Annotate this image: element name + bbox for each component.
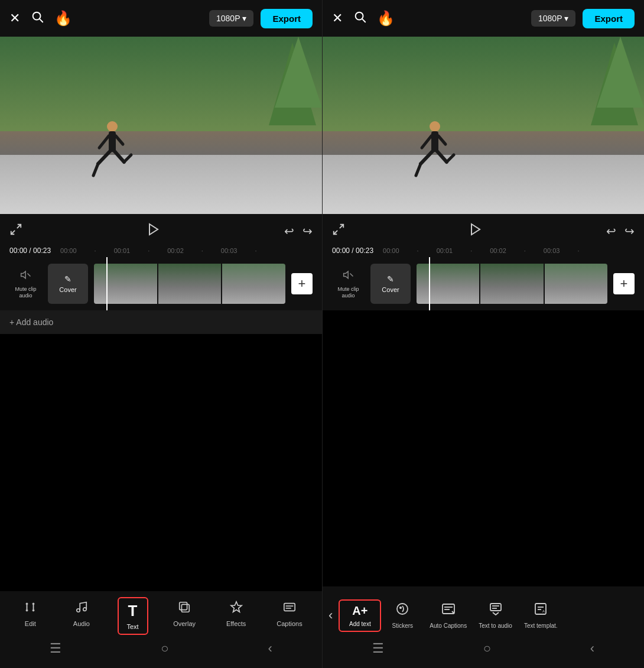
right-back-icon[interactable]: ‹ bbox=[590, 641, 594, 656]
add-clip-button[interactable]: + bbox=[291, 273, 313, 294]
svg-marker-42 bbox=[343, 271, 348, 278]
left-header: ✕ 🔥 1080P ▾ Export bbox=[0, 0, 322, 37]
edit-icon bbox=[24, 601, 37, 617]
right-toolbar-item-add-text[interactable]: A+ Add text bbox=[339, 599, 381, 632]
back-arrow-button[interactable]: ‹ bbox=[323, 604, 339, 627]
right-strip-frame-3 bbox=[545, 264, 607, 304]
runner-figure bbox=[89, 119, 118, 167]
svg-line-35 bbox=[421, 151, 432, 164]
mute-button[interactable]: Mute clip audio bbox=[9, 269, 42, 299]
right-fullscreen-button[interactable] bbox=[332, 223, 345, 239]
svg-rect-32 bbox=[431, 131, 438, 152]
right-toolbar-item-stickers[interactable]: Stickers bbox=[381, 598, 424, 633]
right-ruler-1: 00:01 bbox=[437, 247, 453, 254]
text-template-label: Text templat. bbox=[524, 622, 558, 629]
edit-label: Edit bbox=[25, 620, 36, 627]
strip-frame-1 bbox=[94, 264, 157, 304]
toolbar-item-overlay[interactable]: Overlay bbox=[168, 597, 200, 631]
right-cover-thumbnail[interactable]: ✎ Cover bbox=[370, 264, 411, 304]
right-video-background bbox=[323, 37, 644, 214]
add-audio-button[interactable]: + Add audio bbox=[0, 310, 322, 334]
svg-line-11 bbox=[11, 231, 15, 234]
svg-line-43 bbox=[350, 273, 353, 276]
undo-redo-group: ↩ ↪ bbox=[284, 224, 313, 238]
search-icon[interactable] bbox=[31, 10, 44, 27]
svg-rect-49 bbox=[490, 604, 501, 611]
right-header: ✕ 🔥 1080P ▾ Export bbox=[323, 0, 644, 37]
menu-icon[interactable]: ☰ bbox=[50, 641, 61, 656]
right-resolution-arrow: ▾ bbox=[564, 14, 568, 23]
home-icon[interactable]: ○ bbox=[161, 641, 168, 656]
cover-label: Cover bbox=[59, 286, 76, 293]
svg-line-4 bbox=[99, 136, 109, 148]
right-add-clip-button[interactable]: + bbox=[613, 273, 635, 294]
right-redo-button[interactable]: ↪ bbox=[625, 224, 635, 238]
overlay-icon bbox=[178, 601, 191, 617]
ruler-dot-2: · bbox=[201, 247, 203, 254]
svg-line-36 bbox=[416, 164, 421, 176]
svg-point-45 bbox=[400, 607, 401, 608]
right-menu-icon[interactable]: ☰ bbox=[372, 641, 384, 656]
add-audio-label: + Add audio bbox=[9, 317, 53, 327]
right-toolbar-item-text-to-audio[interactable]: Text to audio bbox=[473, 598, 518, 633]
back-icon[interactable]: ‹ bbox=[268, 641, 272, 656]
left-timeline-track: Mute clip audio ✎ Cover + bbox=[0, 257, 322, 310]
left-panel: ✕ 🔥 1080P ▾ Export bbox=[0, 0, 322, 668]
svg-line-9 bbox=[124, 155, 131, 162]
toolbar-item-text[interactable]: T Text bbox=[118, 597, 148, 635]
right-resolution-button[interactable]: 1080P ▾ bbox=[531, 10, 575, 27]
svg-rect-26 bbox=[284, 604, 295, 611]
right-timeline-track: Mute clip audio ✎ Cover + bbox=[323, 257, 644, 310]
left-header-left: ✕ 🔥 bbox=[9, 10, 72, 27]
cover-edit-icon: ✎ bbox=[64, 274, 71, 284]
road bbox=[0, 155, 322, 214]
right-play-button[interactable] bbox=[469, 222, 483, 239]
resolution-arrow: ▾ bbox=[242, 14, 246, 23]
undo-button[interactable]: ↩ bbox=[284, 224, 294, 238]
ruler-dot-3: · bbox=[255, 247, 256, 254]
right-spacer bbox=[323, 310, 644, 586]
right-home-icon[interactable]: ○ bbox=[483, 641, 491, 656]
right-video-strip bbox=[417, 264, 607, 304]
spacer bbox=[0, 334, 322, 591]
right-ruler-dot-3: · bbox=[577, 247, 579, 254]
redo-button[interactable]: ↪ bbox=[303, 224, 313, 238]
right-toolbar-item-auto-captions[interactable]: Auto Captions bbox=[424, 598, 473, 633]
play-button[interactable] bbox=[147, 222, 161, 239]
text-to-audio-icon bbox=[489, 602, 503, 620]
right-export-button[interactable]: Export bbox=[583, 9, 635, 28]
cover-thumbnail[interactable]: ✎ Cover bbox=[48, 264, 88, 304]
toolbar-item-edit[interactable]: Edit bbox=[15, 597, 45, 631]
audio-icon bbox=[75, 601, 88, 617]
close-icon[interactable]: ✕ bbox=[9, 11, 20, 26]
resolution-button[interactable]: 1080P ▾ bbox=[209, 10, 253, 27]
right-header-right: 1080P ▾ Export bbox=[531, 9, 635, 28]
ruler-0: 00:00 bbox=[60, 247, 77, 254]
right-time-display: 00:00 / 00:23 bbox=[332, 247, 373, 255]
right-close-icon[interactable]: ✕ bbox=[332, 11, 343, 26]
toolbar-item-captions[interactable]: Captions bbox=[272, 597, 307, 631]
svg-line-33 bbox=[422, 136, 431, 148]
toolbar-item-audio[interactable]: Audio bbox=[66, 597, 97, 631]
time-ruler: 00:00 · 00:01 · 00:02 · 00:03 · bbox=[60, 247, 256, 254]
right-runner-figure bbox=[411, 119, 441, 167]
right-ruler-2: 00:02 bbox=[490, 247, 506, 254]
svg-line-5 bbox=[116, 136, 123, 144]
export-button[interactable]: Export bbox=[261, 9, 313, 28]
right-timeline-header: 00:00 / 00:23 00:00 · 00:01 · 00:02 · 00… bbox=[323, 244, 644, 257]
svg-rect-24 bbox=[181, 604, 189, 612]
add-text-label: Add text bbox=[349, 621, 371, 627]
svg-line-8 bbox=[115, 151, 124, 162]
svg-point-2 bbox=[107, 121, 118, 132]
right-toolbar-item-text-template[interactable]: A Text templat. bbox=[518, 598, 564, 633]
toolbar-item-effects[interactable]: Effects bbox=[221, 597, 252, 631]
right-video-preview bbox=[323, 37, 644, 214]
right-undo-button[interactable]: ↩ bbox=[606, 224, 616, 238]
right-bottom-toolbar: ‹ A+ Add text Stickers bbox=[323, 586, 644, 668]
right-mute-button[interactable]: Mute clip audio bbox=[332, 269, 365, 299]
right-search-icon[interactable] bbox=[353, 10, 366, 27]
svg-marker-12 bbox=[149, 224, 158, 235]
right-ruler-0: 00:00 bbox=[383, 247, 399, 254]
flame-icon: 🔥 bbox=[54, 10, 72, 27]
fullscreen-button[interactable] bbox=[9, 223, 22, 239]
